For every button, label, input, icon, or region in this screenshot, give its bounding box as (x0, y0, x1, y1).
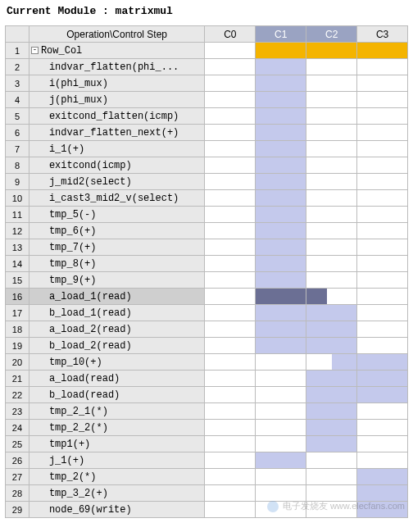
step-cell[interactable] (205, 354, 256, 371)
step-cell[interactable] (357, 207, 408, 223)
table-row[interactable]: 26j_1(+) (6, 452, 408, 469)
step-cell[interactable] (205, 59, 256, 75)
step-cell[interactable] (306, 59, 357, 75)
step-cell[interactable] (357, 141, 408, 157)
step-cell[interactable] (357, 387, 408, 403)
table-row[interactable]: 14tmp_8(+) (6, 256, 408, 272)
step-cell[interactable] (357, 371, 408, 387)
operation-cell[interactable]: indvar_flatten(phi_... (29, 59, 205, 75)
operation-cell[interactable]: i_cast3_mid2_v(select) (29, 190, 205, 207)
step-cell[interactable] (256, 485, 306, 502)
step-cell[interactable] (205, 452, 256, 469)
step-cell[interactable] (357, 485, 408, 502)
step-cell[interactable] (205, 436, 256, 452)
step-cell[interactable] (306, 387, 357, 403)
table-row[interactable]: 3i(phi_mux) (6, 75, 408, 92)
operation-cell[interactable]: exitcond_flatten(icmp) (29, 108, 205, 125)
step-cell[interactable] (357, 174, 408, 190)
step-cell[interactable] (306, 272, 357, 289)
step-cell[interactable] (357, 59, 408, 75)
row-number[interactable]: 23 (6, 403, 30, 420)
operation-cell[interactable]: tmp_5(-) (29, 207, 205, 223)
operation-cell[interactable]: i(phi_mux) (29, 75, 205, 92)
step-cell[interactable] (205, 469, 256, 485)
operation-cell[interactable]: tmp_3_2(+) (29, 485, 205, 502)
step-cell[interactable] (205, 272, 256, 289)
row-number[interactable]: 29 (6, 502, 30, 518)
step-cell[interactable] (306, 321, 357, 338)
step-cell[interactable] (205, 141, 256, 157)
table-row[interactable]: 13tmp_7(+) (6, 239, 408, 256)
operation-cell[interactable]: tmp_8(+) (29, 256, 205, 272)
operation-cell[interactable]: j_1(+) (29, 452, 205, 469)
step-cell[interactable] (256, 190, 306, 207)
step-cell[interactable] (256, 223, 306, 239)
row-number[interactable]: 14 (6, 256, 30, 272)
table-row[interactable]: 28tmp_3_2(+) (6, 485, 408, 502)
step-cell[interactable] (306, 403, 357, 420)
step-cell[interactable] (306, 125, 357, 141)
step-cell[interactable] (357, 108, 408, 125)
operation-cell[interactable]: exitcond(icmp) (29, 157, 205, 174)
step-cell[interactable] (357, 289, 408, 305)
step-cell[interactable] (256, 125, 306, 141)
operation-cell[interactable]: tmp_10(+) (29, 354, 205, 371)
step-cell[interactable] (357, 92, 408, 108)
row-number[interactable]: 2 (6, 59, 30, 75)
table-row[interactable]: 27tmp_2(*) (6, 469, 408, 485)
operation-cell[interactable]: a_load_1(read) (29, 289, 205, 305)
step-cell[interactable] (205, 289, 256, 305)
step-cell[interactable] (256, 239, 306, 256)
operation-cell[interactable]: a_load(read) (29, 371, 205, 387)
step-cell[interactable] (357, 305, 408, 321)
row-number[interactable]: 12 (6, 223, 30, 239)
step-cell[interactable] (205, 174, 256, 190)
step-cell[interactable] (205, 321, 256, 338)
table-row[interactable]: 11tmp_5(-) (6, 207, 408, 223)
step-cell[interactable] (205, 305, 256, 321)
step-cell[interactable] (357, 436, 408, 452)
row-number[interactable]: 20 (6, 354, 30, 371)
step-cell[interactable] (306, 108, 357, 125)
step-cell[interactable] (306, 469, 357, 485)
step-cell[interactable] (256, 157, 306, 174)
step-cell[interactable] (357, 469, 408, 485)
step-cell[interactable] (205, 239, 256, 256)
step-cell[interactable] (357, 157, 408, 174)
step-cell[interactable] (205, 403, 256, 420)
step-cell[interactable] (306, 502, 357, 518)
step-cell[interactable] (205, 502, 256, 518)
step-cell[interactable] (357, 190, 408, 207)
table-row[interactable]: 7i_1(+) (6, 141, 408, 157)
step-cell[interactable] (205, 387, 256, 403)
table-row[interactable]: 25tmp1(+) (6, 436, 408, 452)
table-row[interactable]: 16a_load_1(read) (6, 289, 408, 305)
operation-cell[interactable]: node_69(write) (29, 502, 205, 518)
op-header[interactable]: Operation\Control Step (29, 26, 205, 43)
step-cell[interactable] (205, 223, 256, 239)
step-cell[interactable] (357, 125, 408, 141)
operation-cell[interactable]: indvar_flatten_next(+) (29, 125, 205, 141)
step-cell[interactable] (205, 108, 256, 125)
step-cell[interactable] (306, 485, 357, 502)
row-number[interactable]: 5 (6, 108, 30, 125)
row-number[interactable]: 6 (6, 125, 30, 141)
operation-cell[interactable]: j(phi_mux) (29, 92, 205, 108)
operation-cell[interactable]: tmp_2_2(*) (29, 420, 205, 436)
table-row[interactable]: 21a_load(read) (6, 371, 408, 387)
table-row[interactable]: 18a_load_2(read) (6, 321, 408, 338)
step-cell[interactable] (357, 223, 408, 239)
step-cell[interactable] (357, 239, 408, 256)
step-header-c1[interactable]: C1 (256, 26, 306, 43)
step-cell[interactable] (306, 141, 357, 157)
step-cell[interactable] (205, 371, 256, 387)
table-row[interactable]: 1-Row_Col (6, 43, 408, 59)
step-cell[interactable] (256, 469, 306, 485)
step-cell[interactable] (306, 338, 357, 354)
row-number[interactable]: 11 (6, 207, 30, 223)
step-cell[interactable] (306, 207, 357, 223)
operation-cell[interactable]: -Row_Col (29, 43, 205, 59)
step-cell[interactable] (357, 354, 408, 371)
row-number[interactable]: 8 (6, 157, 30, 174)
table-row[interactable]: 2indvar_flatten(phi_... (6, 59, 408, 75)
